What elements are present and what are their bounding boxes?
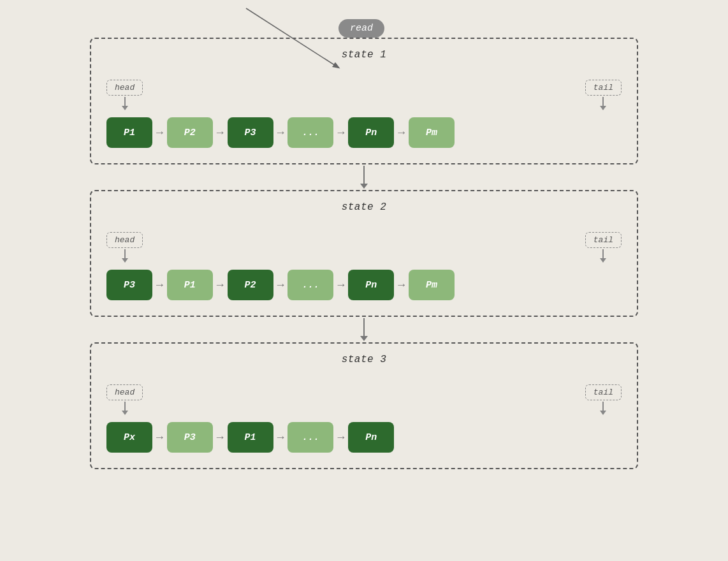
arrow: →: [217, 126, 224, 139]
state3-node-p1: P1: [228, 422, 273, 453]
connector-1-2: [360, 164, 368, 190]
state2-node-p3: P3: [106, 270, 152, 300]
state3-node-px: Px: [106, 422, 152, 453]
state2-node-p1: P1: [167, 270, 213, 300]
state1-node-pn: Pn: [348, 117, 394, 148]
arrow: →: [277, 431, 284, 444]
state3-nodes-row: Px → P3 → P1 → ... → Pn: [106, 422, 622, 453]
state3-tail-label: tail: [585, 384, 622, 400]
state1-node-dots: ...: [288, 117, 333, 148]
arrow: →: [156, 431, 163, 444]
state2-title: state 2: [106, 201, 622, 213]
state3-node-dots: ...: [288, 422, 333, 453]
arrow: →: [337, 279, 344, 291]
state2-box: state 2 head tail: [90, 190, 638, 317]
arrow: →: [337, 431, 344, 444]
state2-node-pn: Pn: [348, 270, 394, 300]
state2-node-dots: ...: [288, 270, 333, 300]
connector-2-3: [360, 317, 368, 342]
arrow: →: [156, 279, 163, 291]
state2-wrapper: state 2 head tail: [90, 190, 638, 317]
arrow: →: [398, 279, 405, 291]
state2-node-pm: Pm: [409, 270, 455, 300]
state2-tail-label: tail: [585, 232, 622, 248]
arrow: →: [217, 279, 224, 291]
state3-box: state 3 head tail: [90, 342, 638, 469]
state2-nodes-row: P3 → P1 → P2 → ... → Pn → Pm: [106, 270, 622, 300]
state1-node-pm: Pm: [409, 117, 455, 148]
state1-node-p2: P2: [167, 117, 213, 148]
state1-nodes-row: P1 → P2 → P3 → ... → Pn → Pm: [106, 117, 622, 148]
arrow: →: [217, 431, 224, 444]
state1-node-p3: P3: [228, 117, 273, 148]
state3-title: state 3: [106, 354, 622, 365]
read-bubble: read: [339, 19, 384, 38]
state1-title: state 1: [106, 49, 622, 61]
state3-head-label: head: [106, 384, 143, 400]
state3-wrapper: state 3 head tail: [90, 342, 638, 469]
state1-node-p1: P1: [106, 117, 152, 148]
state2-head-label: head: [106, 232, 143, 248]
arrow: →: [277, 126, 284, 139]
state2-node-p2: P2: [228, 270, 273, 300]
arrow: →: [277, 279, 284, 291]
diagram-container: read state 1 head: [90, 19, 638, 469]
arrow: →: [337, 126, 344, 139]
arrow: →: [156, 126, 163, 139]
state1-wrapper: state 1 head tail: [90, 38, 638, 164]
arrow: →: [398, 126, 405, 139]
state1-box: state 1 head tail: [90, 38, 638, 164]
state3-node-p3: P3: [167, 422, 213, 453]
state1-head-label: head: [106, 80, 143, 96]
state3-node-pn: Pn: [348, 422, 394, 453]
state1-tail-label: tail: [585, 80, 622, 96]
